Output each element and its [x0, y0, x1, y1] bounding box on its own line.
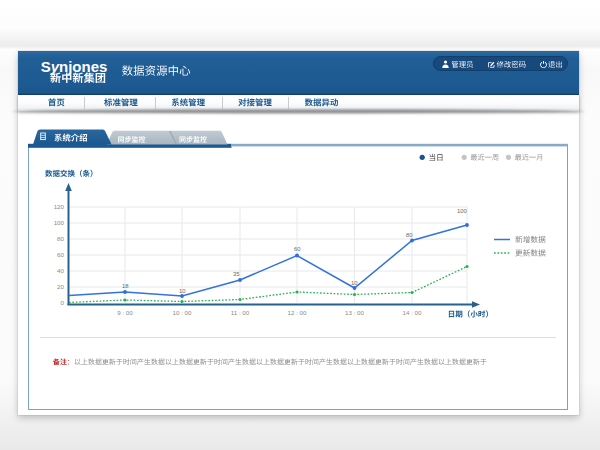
svg-text:13 : 00: 13 : 00: [345, 309, 364, 316]
svg-text:14 : 00: 14 : 00: [403, 309, 422, 316]
svg-text:18: 18: [122, 283, 129, 289]
svg-text:100: 100: [54, 219, 65, 226]
svg-text:100: 100: [457, 208, 468, 214]
svg-text:35: 35: [233, 271, 240, 277]
svg-text:80: 80: [57, 235, 64, 242]
svg-text:120: 120: [54, 203, 65, 210]
svg-text:60: 60: [57, 251, 64, 258]
svg-text:10: 10: [179, 288, 186, 294]
svg-text:9 : 00: 9 : 00: [117, 309, 133, 316]
svg-text:12 : 00: 12 : 00: [288, 309, 307, 316]
svg-text:10 : 00: 10 : 00: [173, 309, 192, 316]
svg-text:0: 0: [61, 299, 65, 306]
svg-text:80: 80: [406, 232, 413, 238]
svg-text:60: 60: [294, 246, 301, 252]
svg-text:40: 40: [57, 267, 64, 274]
svg-text:11 : 00: 11 : 00: [231, 309, 250, 316]
svg-text:10: 10: [351, 280, 358, 286]
svg-text:20: 20: [57, 283, 64, 290]
